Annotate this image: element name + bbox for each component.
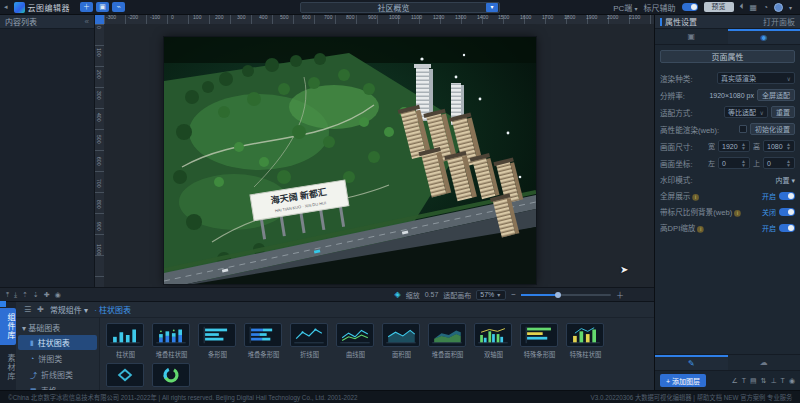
layer-tool-icon[interactable]: ⤒	[6, 291, 9, 299]
component-thumbnail[interactable]: 柱状图	[106, 323, 144, 359]
collapse-panel-icon[interactable]: «	[85, 17, 89, 26]
tree-item[interactable]: ⤴ 折线图类	[18, 367, 97, 382]
component-label: 特殊条形图	[523, 350, 555, 359]
fit-mode-select[interactable]: 等比适配∨	[724, 106, 768, 118]
width-stepper[interactable]: 1920▲▼	[718, 140, 750, 152]
fullscreen-fit-button[interactable]: 全屏适配	[757, 89, 795, 101]
open-panel-link[interactable]: 打开面板	[763, 16, 795, 27]
component-label: 散点图	[116, 390, 135, 391]
footer-tool-icon[interactable]: ◉	[789, 377, 795, 385]
screen-size-row: 画面尺寸: 宽 1920▲▼ 高 1080▲▼	[660, 140, 795, 152]
component-tree: ▾ 基础图表 ▮ 柱状图表 ◔ 饼图类 ⤴ 折线图类 ▦ 表格 ◐ 仪表盘	[16, 318, 100, 390]
horizontal-ruler: -300-200-1000100200300400500600700800900…	[104, 15, 654, 24]
component-label: 堆叠柱状图	[155, 350, 187, 359]
grid-icon[interactable]: ▦	[750, 3, 758, 12]
tree-item[interactable]: ▦ 表格	[18, 383, 97, 390]
fit-label[interactable]: 适配画布	[443, 290, 471, 300]
footer-tool-icon[interactable]: T	[781, 377, 785, 385]
component-thumbnail[interactable]: 曲线图	[336, 323, 374, 359]
chevron-down-icon[interactable]: ▾	[486, 3, 498, 12]
zoom-in-button[interactable]: ＋	[616, 289, 624, 300]
quick-action-button[interactable]: ＋	[80, 2, 93, 12]
panel-accent	[660, 18, 662, 26]
user-menu-caret-icon[interactable]: ▾	[789, 4, 792, 11]
device-dropdown[interactable]: PC端 ▾	[613, 2, 637, 13]
top-stepper[interactable]: 0▲▼	[763, 157, 795, 169]
layer-tool-icon[interactable]: ⤓	[14, 291, 17, 299]
toggle-switch[interactable]	[779, 208, 795, 216]
layer-tool-icon[interactable]: ⇡	[22, 291, 28, 299]
component-thumbnail[interactable]: 堆叠条形图	[244, 323, 282, 359]
menu-icon[interactable]: ☰	[24, 305, 31, 314]
init-settings-button[interactable]: 初始化设置	[750, 123, 795, 135]
app-window: ◂ 云图编辑器 ＋▣⌁ 社区概览 ▾ PC端 ▾ 标尺辅助 预览 ⏴ ▦ ◔ ▾	[0, 0, 800, 403]
back-arrow-icon[interactable]: ◂	[4, 3, 8, 11]
tree-root-label[interactable]: ▾ 基础图表	[16, 321, 99, 334]
add-component-icon[interactable]: ✚	[37, 305, 44, 314]
footer-tool-icon[interactable]: ⊥	[771, 377, 777, 385]
left-stepper[interactable]: 0▲▼	[718, 157, 750, 169]
reset-button[interactable]: 重置	[771, 106, 795, 118]
content-list-title: 内容列表	[5, 16, 85, 27]
toggle-row: 全屏展示i 开启	[660, 190, 795, 201]
footer-tool-icon[interactable]: ▤	[750, 377, 757, 385]
properties-panel: 属性设置 打开面板 ▣ ◉ 页面属性 渲染种类: 真实感渲染∨ 分辨率: 192…	[655, 15, 800, 390]
resolution-row: 分辨率: 1920×1080 px 全屏适配	[660, 89, 795, 101]
component-label: 折线图	[300, 350, 319, 359]
library-tab[interactable]: 素材库	[0, 349, 16, 386]
footer-tool-icon[interactable]: ∠	[731, 377, 737, 385]
properties-tabs: ▣ ◉	[655, 29, 800, 45]
add-layer-button[interactable]: + 添加图层	[660, 374, 706, 387]
performance-checkbox[interactable]	[739, 125, 747, 133]
component-thumbnail[interactable]: 堆叠柱状图	[152, 323, 190, 359]
component-thumbnail[interactable]: 面积图	[382, 323, 420, 359]
tree-item[interactable]: ▮ 柱状图表	[18, 335, 97, 350]
page-props-section-button[interactable]: 页面属性	[660, 50, 795, 63]
component-thumbnail[interactable]: 散点图	[106, 363, 144, 390]
render-type-select[interactable]: 真实感渲染∨	[717, 72, 795, 84]
quick-action-button[interactable]: ⌁	[112, 2, 125, 12]
zoom-slider[interactable]	[521, 294, 611, 296]
component-thumbnail[interactable]: 折线图	[290, 323, 328, 359]
scene-select[interactable]: 社区概览 ▾	[300, 2, 500, 13]
component-thumbnail[interactable]: 环形图	[152, 363, 190, 390]
zoom-select[interactable]: 57%▾	[476, 290, 506, 300]
fit-canvas-icon[interactable]: ◈	[395, 290, 401, 299]
layer-tool-icon[interactable]: ✚	[44, 291, 50, 299]
tab-page-props[interactable]: ◉	[728, 29, 800, 44]
library-tab[interactable]: 组件库	[0, 308, 16, 345]
history-icon[interactable]: ⏴	[740, 2, 744, 12]
component-group-dropdown[interactable]: 常规组件 ▾	[50, 304, 88, 315]
zoom-out-button[interactable]: −	[511, 290, 516, 299]
component-thumbnail[interactable]: 条形图	[198, 323, 236, 359]
component-thumbnail[interactable]: 特殊条形图	[520, 323, 558, 359]
layer-tool-icon[interactable]: ⇣	[33, 291, 39, 299]
toggle-switch[interactable]	[779, 192, 795, 200]
watermark-value[interactable]: 内置 ▾	[776, 175, 795, 185]
toggle-switch[interactable]	[779, 224, 795, 232]
preview-button[interactable]: 预览	[704, 2, 734, 12]
tab-edit[interactable]: ✎	[655, 355, 728, 370]
help-icon[interactable]: ◔	[763, 3, 768, 12]
footer-tool-icon[interactable]: ⇅	[761, 377, 767, 385]
layer-tool-icon[interactable]: ◉	[55, 291, 61, 299]
scene-3d-component[interactable]: 海天阔 新都汇 HAI TIAN KUO · XIN DU HUI	[164, 37, 536, 284]
tree-item[interactable]: ◔ 饼图类	[18, 351, 97, 366]
height-stepper[interactable]: 1080▲▼	[763, 140, 795, 152]
quick-action-button[interactable]: ▣	[96, 2, 109, 12]
component-thumbnail[interactable]: 堆叠面积图	[428, 323, 466, 359]
tab-cloud[interactable]: ☁	[728, 355, 800, 370]
footer-tool-icon[interactable]: T	[742, 377, 746, 385]
component-thumbnail[interactable]: 双轴图	[474, 323, 512, 359]
tree-item-icon: ◔	[30, 355, 34, 362]
editor-canvas[interactable]: 海天阔 新都汇 HAI TIAN KUO · XIN DU HUI ➤	[104, 24, 654, 287]
top-bar: ◂ 云图编辑器 ＋▣⌁ 社区概览 ▾ PC端 ▾ 标尺辅助 预览 ⏴ ▦ ◔ ▾	[0, 0, 800, 15]
ruler-corner[interactable]	[95, 15, 104, 24]
tab-component-props[interactable]: ▣	[655, 29, 728, 44]
ruler-assist-toggle[interactable]	[682, 3, 698, 11]
component-current-category[interactable]: · 柱状图表	[94, 304, 131, 315]
content-list-body[interactable]	[0, 29, 94, 287]
component-thumbnail[interactable]: 特殊柱状图	[566, 323, 604, 359]
tree-item-icon: ⤴	[30, 370, 37, 380]
user-avatar[interactable]	[774, 3, 783, 12]
